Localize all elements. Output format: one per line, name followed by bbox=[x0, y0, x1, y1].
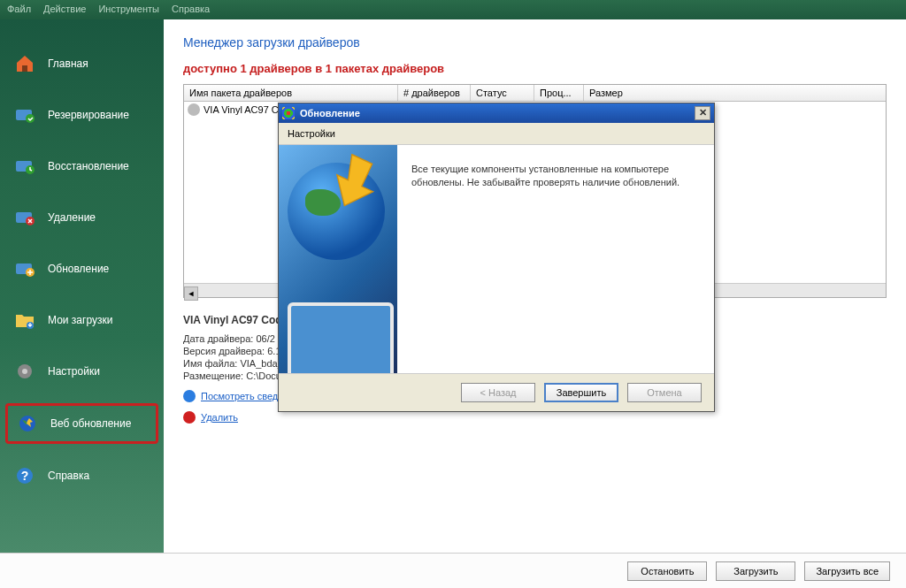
sidebar-item-webupdate[interactable]: Веб обновление bbox=[5, 403, 158, 444]
sidebar: Главная Резервирование Восстановление Уд… bbox=[0, 19, 164, 553]
dialog-title: Обновление bbox=[300, 108, 360, 118]
dialog-button-row: < Назад Завершить Отмена bbox=[279, 374, 714, 411]
dialog-subtitle: Настройки bbox=[279, 123, 714, 144]
footer-bar: Остановить Загрузить Загрузить все bbox=[0, 553, 906, 588]
pause-icon bbox=[188, 103, 200, 116]
download-button[interactable]: Загрузить bbox=[716, 561, 795, 581]
menu-file[interactable]: Файл bbox=[7, 4, 31, 16]
dialog-illustration bbox=[279, 145, 397, 373]
sidebar-item-delete[interactable]: Удаление bbox=[0, 198, 164, 237]
sidebar-item-label: Справка bbox=[48, 470, 89, 482]
menu-help[interactable]: Справка bbox=[172, 4, 210, 16]
update-icon bbox=[11, 256, 39, 281]
row-name: VIA Vinyl AC97 Co bbox=[203, 104, 284, 115]
svg-text:?: ? bbox=[21, 469, 29, 483]
cancel-button: Отмена bbox=[627, 383, 702, 402]
finish-button[interactable]: Завершить bbox=[544, 383, 618, 402]
col-proc[interactable]: Проц... bbox=[534, 85, 584, 101]
sidebar-item-label: Резервирование bbox=[48, 109, 129, 121]
sidebar-item-label: Настройки bbox=[48, 365, 100, 378]
svg-point-2 bbox=[26, 114, 35, 123]
sidebar-item-label: Обновление bbox=[48, 263, 109, 275]
dialog-body: Все текущие компоненты установленные на … bbox=[279, 144, 714, 374]
backup-icon bbox=[11, 103, 39, 127]
info-icon bbox=[183, 390, 196, 402]
sidebar-item-home[interactable]: Главная bbox=[0, 44, 164, 83]
menubar: Файл Действие Инструменты Справка bbox=[0, 0, 906, 19]
svg-rect-0 bbox=[22, 65, 27, 72]
dialog-titlebar[interactable]: Обновление ✕ bbox=[279, 103, 714, 123]
sidebar-item-help[interactable]: ? Справка bbox=[0, 456, 164, 495]
col-drivers[interactable]: # драйверов bbox=[398, 85, 471, 101]
menu-action[interactable]: Действие bbox=[43, 4, 86, 16]
sidebar-item-settings[interactable]: Настройки bbox=[0, 352, 164, 391]
col-size[interactable]: Размер bbox=[584, 85, 886, 101]
dialog-message: Все текущие компоненты установленные на … bbox=[397, 145, 714, 373]
sidebar-item-label: Удаление bbox=[48, 211, 96, 224]
help-icon: ? bbox=[11, 463, 39, 488]
table-header: Имя пакета драйверов # драйверов Статус … bbox=[184, 85, 886, 102]
sidebar-item-label: Мои загрузки bbox=[48, 314, 112, 326]
delete-icon bbox=[11, 205, 39, 230]
link-delete[interactable]: Удалить bbox=[201, 412, 238, 423]
restore-icon bbox=[11, 154, 39, 179]
update-dialog: Обновление ✕ Настройки Все текущие компо… bbox=[278, 103, 715, 412]
download-all-button[interactable]: Загрузить все bbox=[804, 561, 890, 581]
sidebar-item-backup[interactable]: Резервирование bbox=[0, 95, 164, 134]
svg-point-11 bbox=[22, 369, 27, 374]
sidebar-item-label: Веб обновление bbox=[50, 417, 131, 430]
sidebar-item-update[interactable]: Обновление bbox=[0, 249, 164, 288]
globe-download-icon bbox=[13, 411, 42, 436]
back-button: < Назад bbox=[461, 383, 535, 402]
alert-text: доступно 1 драйверов в 1 пакетах драйвер… bbox=[183, 62, 887, 75]
sidebar-item-restore[interactable]: Восстановление bbox=[0, 147, 164, 186]
page-title: Менеджер загрузки драйверов bbox=[183, 35, 887, 50]
arrow-down-icon bbox=[327, 154, 389, 216]
col-name[interactable]: Имя пакета драйверов bbox=[184, 85, 398, 101]
sidebar-item-label: Восстановление bbox=[48, 160, 129, 172]
home-icon bbox=[11, 51, 39, 76]
col-status[interactable]: Статус bbox=[471, 85, 534, 101]
scroll-left-icon[interactable]: ◄ bbox=[184, 286, 198, 301]
gear-icon bbox=[11, 359, 39, 384]
delete-link-icon bbox=[183, 411, 196, 424]
windows-logo-icon bbox=[282, 107, 295, 119]
menu-tools[interactable]: Инструменты bbox=[98, 4, 159, 16]
downloads-icon bbox=[11, 308, 39, 332]
monitor-icon bbox=[288, 302, 394, 373]
sidebar-item-label: Главная bbox=[48, 57, 88, 70]
close-button[interactable]: ✕ bbox=[695, 106, 710, 120]
sidebar-item-downloads[interactable]: Мои загрузки bbox=[0, 301, 164, 340]
stop-button[interactable]: Остановить bbox=[627, 561, 707, 581]
